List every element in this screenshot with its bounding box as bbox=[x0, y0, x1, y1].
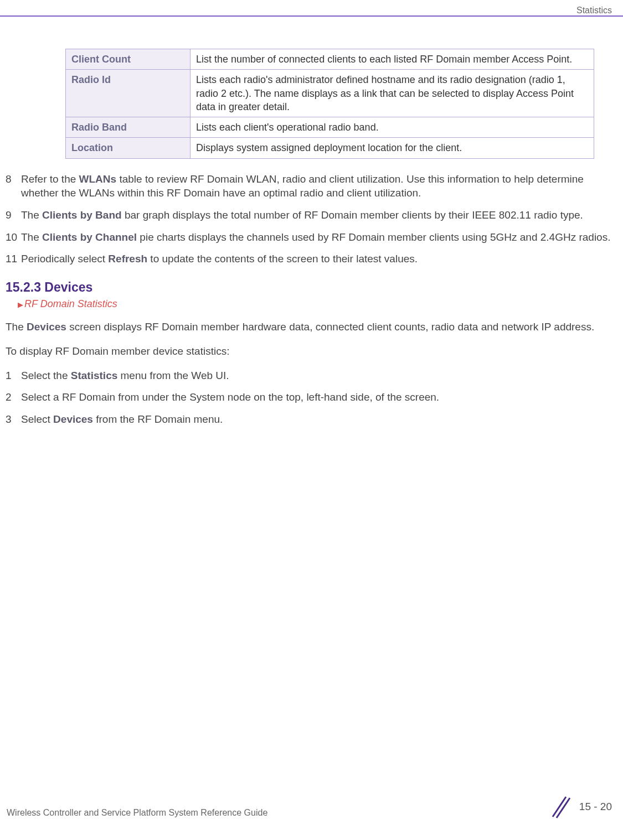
list-item: 2 Select a RF Domain from under the Syst… bbox=[6, 390, 617, 405]
page-number: 15 - 20 bbox=[579, 800, 612, 815]
list-item: 1 Select the Statistics menu from the We… bbox=[6, 369, 617, 383]
bold-term: Statistics bbox=[71, 370, 117, 381]
table-desc-cell: List the number of connected clients to … bbox=[190, 49, 594, 70]
list-item: 3 Select Devices from the RF Domain menu… bbox=[6, 412, 617, 427]
list-item: 9 The Clients by Band bar graph displays… bbox=[6, 208, 617, 222]
step-number: 1 bbox=[6, 369, 21, 383]
table-row: Client Count List the number of connecte… bbox=[66, 49, 594, 70]
section-heading: 15.2.3 Devices bbox=[6, 278, 617, 296]
footer-right: 15 - 20 bbox=[547, 795, 612, 819]
bold-term: Clients by Band bbox=[42, 209, 122, 221]
bold-term: Devices bbox=[53, 413, 93, 425]
header-rule bbox=[0, 15, 623, 17]
step-text: Periodically select Refresh to update th… bbox=[21, 252, 617, 266]
table-row: Location Displays system assigned deploy… bbox=[66, 138, 594, 158]
step-number: 8 bbox=[6, 172, 21, 200]
table-row: Radio Band Lists each client's operation… bbox=[66, 117, 594, 138]
section-lead-in: To display RF Domain member device stati… bbox=[6, 344, 617, 359]
step-text: The Clients by Channel pie charts displa… bbox=[21, 230, 617, 245]
field-description-table: Client Count List the number of connecte… bbox=[65, 49, 594, 159]
page-content: Client Count List the number of connecte… bbox=[0, 0, 623, 427]
bold-term: WLANs bbox=[79, 173, 117, 185]
table-label-cell: Radio Band bbox=[66, 117, 190, 138]
bold-term: Refresh bbox=[108, 253, 147, 265]
table-label-cell: Radio Id bbox=[66, 70, 190, 117]
table-row: Radio Id Lists each radio's administrato… bbox=[66, 70, 594, 117]
step-number: 3 bbox=[6, 412, 21, 427]
table-desc-cell: Displays system assigned deployment loca… bbox=[190, 138, 594, 158]
numbered-steps-bottom: 1 Select the Statistics menu from the We… bbox=[6, 369, 617, 427]
list-item: 8 Refer to the WLANs table to review RF … bbox=[6, 172, 617, 200]
brand-slash-icon bbox=[547, 795, 571, 819]
table-desc-cell: Lists each radio's administrator defined… bbox=[190, 70, 594, 117]
step-number: 10 bbox=[6, 230, 21, 245]
step-text: Select Devices from the RF Domain menu. bbox=[21, 412, 617, 427]
arrow-right-icon: ▶ bbox=[18, 300, 23, 309]
footer-doc-title: Wireless Controller and Service Platform… bbox=[7, 807, 267, 819]
section-intro: The Devices screen displays RF Domain me… bbox=[6, 320, 617, 334]
table-desc-cell: Lists each client's operational radio ba… bbox=[190, 117, 594, 138]
breadcrumb-link[interactable]: ▶RF Domain Statistics bbox=[18, 297, 617, 311]
step-number: 2 bbox=[6, 390, 21, 405]
bold-term: Devices bbox=[27, 321, 66, 333]
step-number: 11 bbox=[6, 252, 21, 266]
table-label-cell: Client Count bbox=[66, 49, 190, 70]
list-item: 10 The Clients by Channel pie charts dis… bbox=[6, 230, 617, 245]
step-text: Refer to the WLANs table to review RF Do… bbox=[21, 172, 617, 200]
step-text: Select a RF Domain from under the System… bbox=[21, 390, 617, 405]
page-footer: Wireless Controller and Service Platform… bbox=[7, 795, 612, 819]
numbered-steps-top: 8 Refer to the WLANs table to review RF … bbox=[6, 172, 617, 266]
bold-term: Clients by Channel bbox=[42, 231, 137, 243]
list-item: 11 Periodically select Refresh to update… bbox=[6, 252, 617, 266]
step-number: 9 bbox=[6, 208, 21, 222]
table-label-cell: Location bbox=[66, 138, 190, 158]
header-chapter-label: Statistics bbox=[576, 4, 612, 17]
step-text: Select the Statistics menu from the Web … bbox=[21, 369, 617, 383]
step-text: The Clients by Band bar graph displays t… bbox=[21, 208, 617, 222]
